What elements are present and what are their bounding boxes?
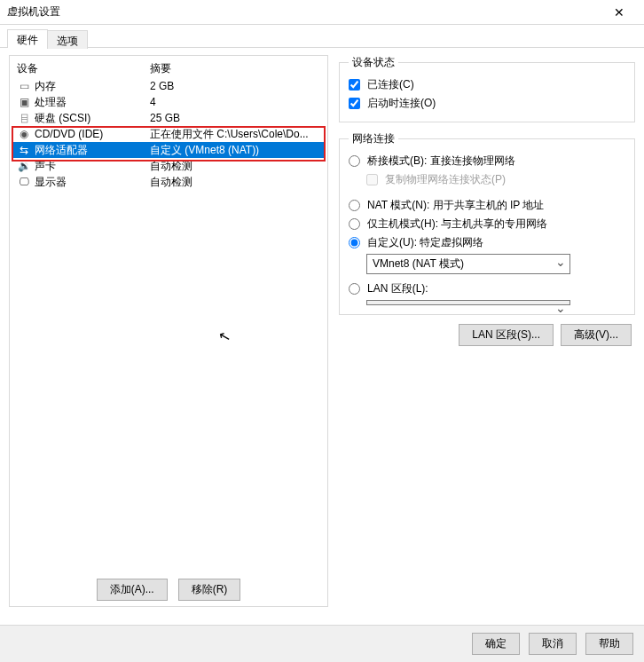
device-network-adapter[interactable]: ⇆ 网络适配器 自定义 (VMnet8 (NAT)): [13, 142, 324, 158]
right-buttons: LAN 区段(S)... 高级(V)...: [339, 324, 635, 346]
hostonly-label: 仅主机模式(H): 与主机共享的专用网络: [367, 217, 547, 232]
lan-segment-select: [366, 300, 570, 305]
lan-segment-label: LAN 区段(L):: [367, 281, 428, 296]
device-processors[interactable]: ▣ 处理器 4: [13, 94, 324, 110]
device-hard-disk[interactable]: ⌸ 硬盘 (SCSI) 25 GB: [13, 110, 324, 126]
device-list-header: 设备 摘要: [13, 59, 324, 78]
nat-label: NAT 模式(N): 用于共享主机的 IP 地址: [367, 198, 544, 213]
settings-panel: 设备状态 已连接(C) 启动时连接(O) 网络连接 桥接模式(B): 直接连接物…: [339, 55, 635, 607]
col-device: 设备: [17, 61, 150, 76]
device-display[interactable]: 🖵 显示器 自动检测: [13, 174, 324, 190]
device-cd-dvd[interactable]: ◉ CD/DVD (IDE) 正在使用文件 C:\Users\Cole\Do..…: [13, 126, 324, 142]
cancel-button[interactable]: 取消: [529, 633, 577, 655]
main-area: 设备 摘要 ▭ 内存 2 GB ▣ 处理器 4 ⌸ 硬盘 (SCSI) 25 G…: [0, 48, 644, 614]
replicate-label: 复制物理网络连接状态(P): [385, 172, 506, 187]
dialog-footer: 确定 取消 帮助: [0, 625, 644, 662]
network-icon: ⇆: [17, 145, 31, 155]
network-connection-group: 网络连接 桥接模式(B): 直接连接物理网络 复制物理网络连接状态(P) NAT…: [339, 131, 635, 315]
network-legend: 网络连接: [349, 131, 398, 146]
nat-radio[interactable]: [349, 200, 360, 211]
device-status-group: 设备状态 已连接(C) 启动时连接(O): [339, 55, 635, 122]
custom-radio[interactable]: [349, 237, 360, 248]
disk-icon: ⌸: [17, 113, 31, 123]
device-panel: 设备 摘要 ▭ 内存 2 GB ▣ 处理器 4 ⌸ 硬盘 (SCSI) 25 G…: [9, 55, 328, 607]
device-buttons: 添加(A)... 移除(R): [10, 579, 327, 601]
bridged-label: 桥接模式(B): 直接连接物理网络: [367, 154, 515, 169]
bridged-row[interactable]: 桥接模式(B): 直接连接物理网络: [349, 152, 625, 170]
sound-icon: 🔉: [17, 161, 31, 171]
connected-checkbox[interactable]: [349, 79, 360, 91]
titlebar: 虚拟机设置 ✕: [0, 0, 644, 25]
lan-segment-row[interactable]: LAN 区段(L):: [349, 280, 625, 298]
tab-options[interactable]: 选项: [47, 30, 88, 49]
custom-network-select[interactable]: VMnet8 (NAT 模式): [366, 254, 570, 274]
connect-power-on-label: 启动时连接(O): [367, 96, 436, 111]
cpu-icon: ▣: [17, 97, 31, 107]
connect-power-on-row[interactable]: 启动时连接(O): [349, 94, 625, 113]
cd-icon: ◉: [17, 129, 31, 139]
replicate-row: 复制物理网络连接状态(P): [349, 170, 625, 189]
remove-button[interactable]: 移除(R): [178, 579, 241, 601]
custom-network-value: VMnet8 (NAT 模式): [373, 257, 464, 270]
col-summary: 摘要: [150, 61, 320, 76]
display-icon: 🖵: [17, 177, 31, 187]
device-status-legend: 设备状态: [349, 55, 398, 70]
window-title: 虚拟机设置: [7, 4, 601, 20]
bridged-radio[interactable]: [349, 155, 360, 167]
tab-hardware[interactable]: 硬件: [7, 29, 48, 48]
custom-label: 自定义(U): 特定虚拟网络: [367, 235, 483, 250]
help-button[interactable]: 帮助: [585, 633, 633, 655]
close-icon[interactable]: ✕: [601, 5, 637, 20]
nat-row[interactable]: NAT 模式(N): 用于共享主机的 IP 地址: [349, 196, 625, 215]
connected-label: 已连接(C): [367, 77, 414, 92]
lan-segment-radio[interactable]: [349, 283, 360, 295]
connected-checkbox-row[interactable]: 已连接(C): [349, 75, 625, 94]
custom-row[interactable]: 自定义(U): 特定虚拟网络: [349, 233, 625, 252]
device-memory[interactable]: ▭ 内存 2 GB: [13, 78, 324, 94]
lan-segments-button[interactable]: LAN 区段(S)...: [459, 324, 554, 346]
hostonly-row[interactable]: 仅主机模式(H): 与主机共享的专用网络: [349, 215, 625, 233]
replicate-checkbox: [366, 174, 378, 185]
hostonly-radio[interactable]: [349, 218, 360, 230]
connect-power-on-checkbox[interactable]: [349, 98, 360, 109]
add-button[interactable]: 添加(A)...: [97, 579, 168, 601]
device-sound-card[interactable]: 🔉 声卡 自动检测: [13, 158, 324, 174]
memory-icon: ▭: [17, 81, 31, 91]
ok-button[interactable]: 确定: [472, 633, 520, 655]
advanced-button[interactable]: 高级(V)...: [561, 324, 632, 346]
device-list: ▭ 内存 2 GB ▣ 处理器 4 ⌸ 硬盘 (SCSI) 25 GB ◉ CD…: [13, 78, 324, 574]
tabs: 硬件 选项: [0, 25, 644, 48]
